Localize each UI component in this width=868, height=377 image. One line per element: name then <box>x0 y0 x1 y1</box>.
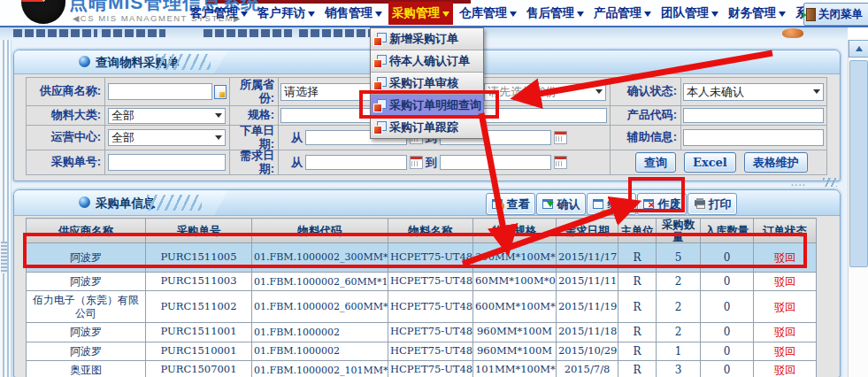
close-menu-label: 关闭菜单 <box>818 7 863 22</box>
po-number-label: 采购单号: <box>27 150 105 175</box>
menu-item[interactable]: 团队管理 <box>657 2 722 25</box>
product-code-input[interactable] <box>683 108 824 123</box>
status-badge: 驳回 <box>754 273 817 291</box>
annotation-box-menu-item <box>359 90 499 119</box>
from-label: 从 <box>291 155 303 171</box>
aux-info-input[interactable] <box>683 129 824 146</box>
excel-button[interactable]: Excel <box>684 152 736 173</box>
close-menu-button[interactable]: 关闭菜单 <box>803 3 868 26</box>
dropdown-item-label: 新增采购订单 <box>389 31 458 47</box>
purchase-dropdown-menu: 新增采购订单 待本人确认订单 采购订单审核 采购订单明细查询 采购订单跟踪 <box>370 27 484 139</box>
spec-label: 规格: <box>230 106 279 126</box>
menu-item-label: 仓库管理 <box>459 5 507 21</box>
supplier-label: 供应商名称: <box>27 78 105 106</box>
supplier-input[interactable] <box>108 83 212 100</box>
menu-item-label: 销售管理 <box>325 5 373 21</box>
confirm-status-select[interactable]: 本人未确认 <box>683 83 824 101</box>
menu-item[interactable]: 销售管理 <box>321 2 386 25</box>
clipped-text <box>13 29 97 37</box>
dropdown-menu-item[interactable]: 新增采购订单 <box>371 28 483 50</box>
menu-item[interactable]: 售后管理 <box>523 2 588 25</box>
table-row[interactable]: 阿波罗 PURC1511003 01.FBM.1000002_60MM*100M… <box>27 273 817 291</box>
confirm-arrow-icon <box>542 198 555 211</box>
calendar-icon[interactable] <box>554 131 567 144</box>
op-center-select[interactable]: 全部 <box>108 129 226 146</box>
annotation-box-void-button <box>628 177 685 212</box>
table-row[interactable]: 奥亚图 PURC1507001 01.FBM.1000002_101MM*100… <box>27 360 817 377</box>
menu-doc-icon <box>373 55 387 68</box>
scroll-up-arrow-icon <box>856 42 863 51</box>
menu-item-label: 团队管理 <box>661 5 709 21</box>
city-select[interactable]: 请先选择省份 <box>484 83 606 101</box>
material-class-select[interactable]: 全部 <box>108 108 226 124</box>
search-button[interactable]: 查询 <box>635 152 676 173</box>
menu-item-label: 财务管理 <box>728 5 776 21</box>
print-button[interactable]: 打印 <box>687 193 737 215</box>
calendar-icon[interactable] <box>410 156 423 169</box>
splitter-grip-icon[interactable] <box>1 242 9 273</box>
menu-doc-icon <box>373 77 387 90</box>
menu-item[interactable]: 采购管理 <box>388 2 453 25</box>
demand-date-label: 需求日期: <box>230 150 279 175</box>
product-code-label: 产品代码: <box>611 106 681 126</box>
select-arrow-icon <box>215 135 222 143</box>
clipped-text <box>204 29 292 37</box>
menu-item-label: 客户管理 <box>190 5 238 21</box>
supplier-picker-icon[interactable] <box>214 85 227 99</box>
chevron-down-icon <box>510 12 517 20</box>
view-button[interactable]: 查看 <box>486 193 535 215</box>
menu-item[interactable]: 产品管理 <box>590 2 655 25</box>
clipped-text <box>102 29 165 37</box>
confirm-button[interactable]: 确认 <box>536 193 586 215</box>
confirm-status-label: 确认状态: <box>611 78 681 106</box>
table-row[interactable]: 佰力电子（东莞）有限公司 PURC1511002 01.FBM.1000002_… <box>27 291 817 323</box>
status-badge: 驳回 <box>754 360 817 377</box>
menu-doc-icon <box>373 33 387 46</box>
chevron-down-icon <box>241 12 248 20</box>
orders-panel: 采购单信息 查看 确认 编辑 ✕ 作废 打印 <box>13 189 841 377</box>
annotation-box-row <box>23 233 807 268</box>
calendar-icon[interactable] <box>554 156 567 169</box>
dropdown-menu-item[interactable]: 采购订单跟踪 <box>371 117 483 138</box>
select-arrow-icon <box>595 89 603 97</box>
menu-item[interactable]: 财务管理 <box>725 2 789 25</box>
table-row[interactable]: 阿波罗 PURC1510001 01.FBM.1000002 HCPET75-U… <box>27 342 817 360</box>
orders-panel-header: 采购单信息 查看 确认 编辑 ✕ 作废 打印 <box>14 190 840 216</box>
menu-item-label: 售后管理 <box>526 5 574 21</box>
printer-icon <box>694 198 706 211</box>
panel-resize-grip-icon <box>823 178 837 187</box>
panel-orb-icon <box>79 56 90 67</box>
menu-item-label: 客户拜访 <box>257 5 305 21</box>
panel-orb-icon <box>79 196 90 208</box>
dropdown-item-label: 采购订单审核 <box>389 75 458 91</box>
chevron-down-icon <box>644 12 651 20</box>
table-row[interactable]: 阿波罗 PURC1511001 01.FBM.1000002 HCPET75-U… <box>27 323 817 342</box>
cursor-artifact <box>782 28 803 38</box>
province-label: 所属省份: <box>230 78 279 106</box>
menu-item[interactable]: 客户拜访 <box>254 2 319 25</box>
aux-info-label: 辅助信息: <box>611 126 681 150</box>
chevron-down-icon <box>375 12 382 20</box>
po-number-input[interactable] <box>108 154 226 171</box>
scrollbar-thumb[interactable] <box>849 60 868 267</box>
panel-stripes-decoration <box>147 195 202 211</box>
from-label: 从 <box>291 130 303 146</box>
menu-item[interactable]: 仓库管理 <box>456 2 520 25</box>
demand-date-to-input[interactable] <box>440 155 551 170</box>
status-badge: 驳回 <box>754 342 817 360</box>
chevron-down-icon <box>577 12 584 20</box>
left-splitter[interactable] <box>0 40 12 377</box>
chevron-down-icon <box>779 12 786 20</box>
table-maintain-button[interactable]: 表格维护 <box>744 152 808 173</box>
main-menu-bar: 客户管理 客户拜访 销售管理 采购管理 仓库管理 售后管理 产品管理 <box>187 2 856 25</box>
menu-item[interactable]: 客户管理 <box>187 2 251 25</box>
chevron-down-icon <box>711 12 718 20</box>
edit-pencil-icon <box>593 198 605 211</box>
menu-item-label: 产品管理 <box>594 5 641 21</box>
demand-date-from-input[interactable] <box>305 155 407 170</box>
material-class-label: 物料大类: <box>27 106 105 126</box>
status-badge: 驳回 <box>754 291 817 323</box>
scroll-up-button[interactable] <box>849 40 868 58</box>
dropdown-menu-item[interactable]: 待本人确认订单 <box>371 50 483 73</box>
dropdown-item-label: 采购订单跟踪 <box>389 119 458 135</box>
